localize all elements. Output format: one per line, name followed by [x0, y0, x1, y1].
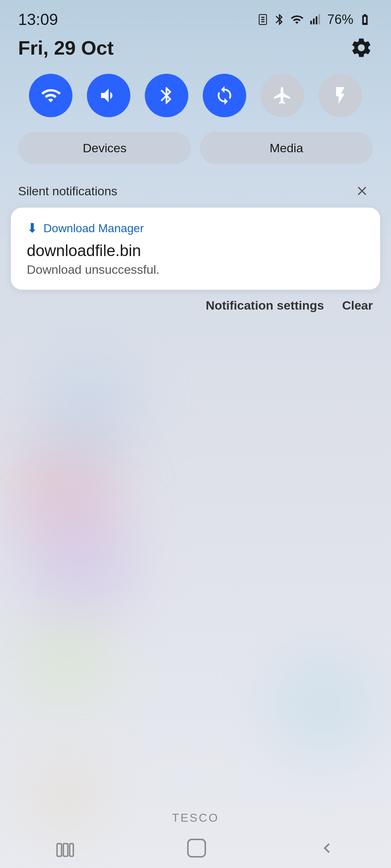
- devices-button[interactable]: Devices: [18, 132, 191, 164]
- date-row: Fri, 29 Oct: [0, 33, 391, 70]
- home-button[interactable]: [185, 837, 208, 860]
- status-icons: 76%: [256, 12, 373, 27]
- notification-actions: Notification settings Clear: [0, 290, 391, 316]
- wifi-toggle[interactable]: [29, 74, 72, 117]
- silent-notifications-header: Silent notifications: [0, 173, 391, 208]
- sound-toggle[interactable]: [87, 74, 130, 117]
- airplane-toggle[interactable]: [261, 74, 304, 117]
- svg-rect-5: [63, 844, 68, 856]
- home-icon: [185, 837, 208, 860]
- carrier-name: TESCO: [172, 811, 219, 825]
- silent-notifications-label: Silent notifications: [18, 184, 117, 198]
- svg-rect-2: [316, 16, 318, 25]
- navigation-bar: [0, 828, 391, 868]
- download-icon: ⬇: [27, 221, 38, 236]
- silent-notifications-close[interactable]: [351, 180, 373, 202]
- battery-percentage: 76%: [327, 12, 353, 27]
- back-icon: [317, 838, 337, 858]
- recent-apps-button[interactable]: [54, 837, 76, 859]
- recent-apps-icon: [54, 837, 76, 859]
- bluetooth-status-icon: [273, 13, 286, 26]
- svg-rect-3: [318, 14, 320, 25]
- sync-toggle[interactable]: [203, 74, 246, 117]
- notification-card[interactable]: ⬇ Download Manager downloadfile.bin Down…: [11, 208, 380, 290]
- quick-toggles: [0, 70, 391, 128]
- media-button[interactable]: Media: [200, 132, 373, 164]
- clear-button[interactable]: Clear: [342, 298, 373, 312]
- svg-rect-1: [313, 18, 315, 25]
- notification-settings-button[interactable]: Notification settings: [206, 298, 324, 312]
- svg-rect-6: [70, 844, 73, 856]
- gear-icon: [350, 36, 373, 59]
- battery-icon: [357, 13, 373, 26]
- notification-app-row: ⬇ Download Manager: [27, 221, 364, 236]
- settings-button[interactable]: [350, 36, 373, 59]
- svg-rect-7: [188, 839, 205, 857]
- status-time: 13:09: [18, 10, 58, 29]
- flashlight-toggle[interactable]: [319, 74, 362, 117]
- date-display: Fri, 29 Oct: [18, 37, 114, 59]
- sim-icon: [256, 13, 269, 26]
- action-buttons-row: Devices Media: [0, 128, 391, 173]
- wifi-status-icon: [290, 13, 304, 26]
- back-button[interactable]: [317, 838, 337, 858]
- svg-rect-0: [310, 21, 312, 25]
- signal-icon: [308, 13, 324, 26]
- close-icon: [355, 184, 369, 198]
- svg-rect-4: [57, 844, 62, 856]
- notification-body: Download unsuccessful.: [27, 263, 364, 277]
- bluetooth-toggle[interactable]: [145, 74, 188, 117]
- notification-title: downloadfile.bin: [27, 242, 364, 260]
- notification-app-name: Download Manager: [43, 222, 144, 235]
- status-bar: 13:09 76%: [0, 0, 391, 33]
